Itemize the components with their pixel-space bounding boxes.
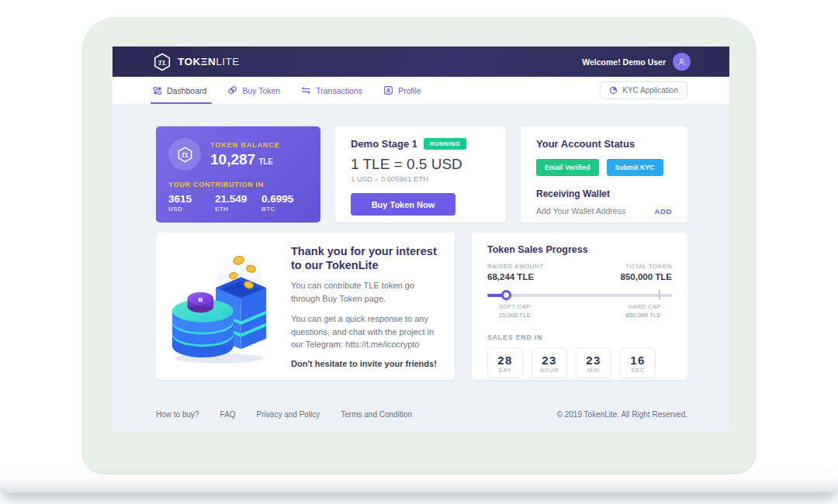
sales-progress-slider <box>487 290 672 301</box>
footer-links: How to buy? FAQ Privacy and Policy Terms… <box>156 410 412 419</box>
countdown-sec-unit: SEC <box>631 368 644 373</box>
buy-token-now-button[interactable]: Buy Token Now <box>351 193 455 216</box>
raised-amount-value: 68,244 TLE <box>487 272 544 281</box>
sales-end-label: SALES END IN <box>487 333 672 341</box>
kyc-icon <box>609 86 618 95</box>
running-status-badge: RUNNING <box>424 138 466 150</box>
cards-row-top: TL TOKEN BALANCE 10,287 TLE <box>156 126 687 223</box>
brand-name: TOKΞNLITE <box>178 56 240 67</box>
brand-bold: TOKΞN <box>178 56 216 67</box>
countdown-hour-value: 23 <box>542 354 557 367</box>
contribution-btc-value: 0.6995 <box>261 193 308 205</box>
countdown: 28 DAY 23 HOUR 23 MIN <box>487 347 672 378</box>
token-stage-card: Demo Stage 1 RUNNING 1 TLE = 0.5 USD 1 U… <box>335 126 506 223</box>
buy-token-icon <box>227 85 237 95</box>
nav-bar: Dashboard Buy Token <box>113 77 729 105</box>
countdown-day-tile: 28 DAY <box>487 347 523 378</box>
contribution-usd: 3615 USD <box>168 193 215 212</box>
laptop-bezel: TL TOKΞNLITE Welcome! Demo User <box>81 17 757 475</box>
thanks-paragraph-2: You can get a quick response to any ques… <box>291 312 438 351</box>
add-wallet-link[interactable]: ADD <box>655 207 672 216</box>
contribution-btc: 0.6995 BTC <box>261 193 308 212</box>
main-content: TL TOKEN BALANCE 10,287 TLE <box>113 105 729 432</box>
brand-logo[interactable]: TL TOKΞNLITE <box>153 53 240 71</box>
tab-profile-label: Profile <box>398 86 421 95</box>
progress-handle[interactable] <box>501 290 511 300</box>
footer-link-privacy[interactable]: Privacy and Policy <box>257 410 320 419</box>
footer-link-how-to-buy[interactable]: How to buy? <box>156 410 199 419</box>
welcome-message-card: B Thank you for your interest to our Tok… <box>156 233 455 380</box>
brand-light: LITE <box>216 56 240 67</box>
tokenlite-coin-icon: TL <box>177 147 193 163</box>
user-icon <box>677 57 687 67</box>
countdown-day-value: 28 <box>497 354 513 367</box>
total-token-block: TOTAL TOKEN 850,000 TLE <box>621 263 672 281</box>
soft-cap-block: SOFT CAP 20,000 TLE <box>499 303 531 319</box>
copyright-text: © 2019 TokenLite. All Right Reserved. <box>557 410 687 419</box>
contribution-usd-label: USD <box>168 205 215 212</box>
tab-dashboard-label: Dashboard <box>167 86 206 95</box>
contribution-eth-label: ETH <box>215 205 261 212</box>
countdown-min-value: 23 <box>586 354 601 367</box>
submit-kyc-button[interactable]: Submit KYC <box>607 159 663 176</box>
caps-row: SOFT CAP 20,000 TLE HARD CAP 850,000 TLE <box>487 303 672 326</box>
hard-cap-label: HARD CAP <box>625 303 661 310</box>
receiving-wallet-title: Receiving Wallet <box>536 188 672 199</box>
token-rate: 1 TLE = 0.5 USD <box>351 156 490 173</box>
balance-logo-circle: TL <box>168 138 201 171</box>
token-sales-progress-card: Token Sales Progress RAISED AMOUNT 68,24… <box>472 233 687 380</box>
countdown-hour-unit: HOUR <box>540 368 559 373</box>
thanks-paragraph-1: You can contribute TLE token go through … <box>291 279 438 305</box>
hard-cap-value: 850,000 TLE <box>625 312 661 319</box>
countdown-day-unit: DAY <box>499 368 512 373</box>
countdown-hour-tile: 23 HOUR <box>532 347 567 378</box>
hard-cap-block: HARD CAP 850,000 TLE <box>625 303 661 319</box>
coins-illustration: B <box>168 248 275 364</box>
contribution-row: 3615 USD 21.549 ETH 0.6995 BTC <box>168 193 308 212</box>
hard-cap-tick <box>659 290 660 300</box>
tab-transactions[interactable]: Transactions <box>301 77 362 104</box>
user-avatar[interactable] <box>673 53 691 71</box>
dashboard-screen: TL TOKΞNLITE Welcome! Demo User <box>113 47 729 432</box>
screenshot-stage: TL TOKΞNLITE Welcome! Demo User <box>0 0 838 504</box>
kyc-application-button[interactable]: KYC Application <box>600 81 687 99</box>
tab-transactions-label: Transactions <box>316 86 362 95</box>
tab-buy-token[interactable]: Buy Token <box>227 77 280 104</box>
token-balance-card: TL TOKEN BALANCE 10,287 TLE <box>156 126 320 223</box>
svg-text:TL: TL <box>158 58 167 66</box>
contribution-eth: 21.549 ETH <box>215 193 261 212</box>
transactions-icon <box>301 85 311 95</box>
tab-profile[interactable]: Profile <box>383 77 421 104</box>
countdown-min-tile: 23 MIN <box>576 347 611 378</box>
soft-cap-label: SOFT CAP <box>499 303 531 310</box>
contribution-btc-label: BTC <box>261 205 308 212</box>
total-token-value: 850,000 TLE <box>621 272 672 281</box>
laptop-base <box>0 475 838 492</box>
email-verified-badge: Email Verified <box>536 159 599 176</box>
countdown-sec-tile: 16 SEC <box>620 347 656 378</box>
user-menu[interactable]: Welcome! Demo User <box>582 53 691 71</box>
progress-track <box>487 294 672 297</box>
progress-title: Token Sales Progress <box>487 244 672 255</box>
footer-link-terms[interactable]: Terms and Condition <box>341 410 412 419</box>
nav-tabs: Dashboard Buy Token <box>153 77 421 104</box>
soft-cap-value: 20,000 TLE <box>499 312 531 319</box>
total-token-label: TOTAL TOKEN <box>621 263 672 270</box>
cards-row-bottom: B Thank you for your interest to our Tok… <box>156 233 687 380</box>
footer: How to buy? FAQ Privacy and Policy Terms… <box>156 410 687 419</box>
countdown-min-unit: MIN <box>587 368 600 373</box>
balance-unit: TLE <box>258 157 273 166</box>
token-sub-rate: 1 USD = 0.005961 ETH <box>351 174 490 183</box>
thanks-paragraph-3: Don't hesitate to invite your friends! <box>291 359 438 368</box>
contribution-eth-value: 21.549 <box>215 193 261 205</box>
welcome-text: Welcome! Demo User <box>582 57 666 67</box>
wallet-address-hint: Add Your Wallet Address <box>536 206 625 216</box>
tab-dashboard[interactable]: Dashboard <box>153 77 206 104</box>
footer-link-faq[interactable]: FAQ <box>220 410 236 419</box>
balance-title: TOKEN BALANCE <box>210 141 280 149</box>
svg-text:TL: TL <box>181 151 189 158</box>
stage-title: Demo Stage 1 <box>351 138 417 150</box>
thanks-title: Thank you for your interest to our Token… <box>291 244 438 272</box>
profile-icon <box>383 85 393 95</box>
dashboard-icon <box>153 86 162 95</box>
